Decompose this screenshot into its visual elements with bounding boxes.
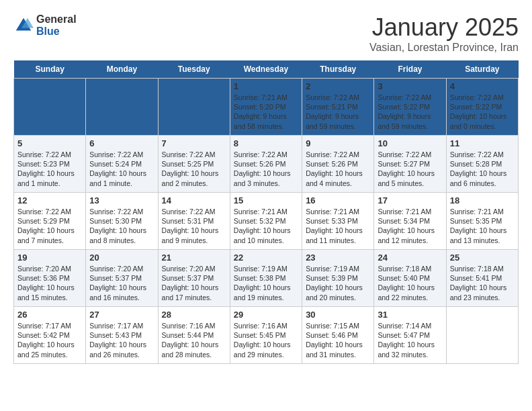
col-header-sunday: Sunday [14,60,86,79]
day-number: 5 [17,138,82,148]
day-cell: 17Sunrise: 7:21 AMSunset: 5:34 PMDayligh… [374,193,446,250]
day-info: Sunrise: 7:22 AMSunset: 5:24 PMDaylight:… [89,150,154,188]
day-info: Sunrise: 7:20 AMSunset: 5:37 PMDaylight:… [162,264,226,302]
day-cell: 4Sunrise: 7:22 AMSunset: 5:22 PMDaylight… [446,79,518,136]
logo-general-text: General [36,13,77,26]
day-cell: 8Sunrise: 7:22 AMSunset: 5:26 PMDaylight… [230,136,302,193]
day-info: Sunrise: 7:22 AMSunset: 5:22 PMDaylight:… [378,93,442,131]
day-cell [86,79,158,136]
day-info: Sunrise: 7:21 AMSunset: 5:34 PMDaylight:… [378,207,442,245]
day-number: 17 [378,195,442,205]
day-number: 7 [162,138,226,148]
day-number: 12 [17,195,82,205]
day-info: Sunrise: 7:22 AMSunset: 5:22 PMDaylight:… [450,93,515,131]
logo: General Blue [13,13,77,37]
day-info: Sunrise: 7:21 AMSunset: 5:35 PMDaylight:… [450,207,515,245]
day-cell: 27Sunrise: 7:17 AMSunset: 5:43 PMDayligh… [86,307,158,364]
day-number: 9 [306,138,370,148]
day-cell: 26Sunrise: 7:17 AMSunset: 5:42 PMDayligh… [14,307,86,364]
day-cell: 30Sunrise: 7:15 AMSunset: 5:46 PMDayligh… [302,307,374,364]
day-info: Sunrise: 7:21 AMSunset: 5:20 PMDaylight:… [234,93,298,131]
day-cell: 22Sunrise: 7:19 AMSunset: 5:38 PMDayligh… [230,250,302,307]
logo-blue-text: Blue [36,26,77,38]
logo-text: General Blue [36,13,77,37]
day-info: Sunrise: 7:15 AMSunset: 5:46 PMDaylight:… [306,321,370,359]
day-info: Sunrise: 7:18 AMSunset: 5:41 PMDaylight:… [450,264,515,302]
day-cell: 31Sunrise: 7:14 AMSunset: 5:47 PMDayligh… [374,307,446,364]
day-number: 21 [162,253,226,263]
day-info: Sunrise: 7:22 AMSunset: 5:30 PMDaylight:… [89,207,154,245]
day-cell: 10Sunrise: 7:22 AMSunset: 5:27 PMDayligh… [374,136,446,193]
day-info: Sunrise: 7:17 AMSunset: 5:42 PMDaylight:… [17,321,82,359]
day-number: 10 [378,138,442,148]
col-header-thursday: Thursday [302,60,374,79]
day-cell: 14Sunrise: 7:22 AMSunset: 5:31 PMDayligh… [158,193,230,250]
week-row-3: 12Sunrise: 7:22 AMSunset: 5:29 PMDayligh… [14,193,519,250]
day-cell: 13Sunrise: 7:22 AMSunset: 5:30 PMDayligh… [86,193,158,250]
week-row-2: 5Sunrise: 7:22 AMSunset: 5:23 PMDaylight… [14,136,519,193]
col-header-saturday: Saturday [446,60,518,79]
day-info: Sunrise: 7:22 AMSunset: 5:26 PMDaylight:… [234,150,298,188]
header-row: SundayMondayTuesdayWednesdayThursdayFrid… [14,60,519,79]
day-number: 30 [306,310,370,320]
day-info: Sunrise: 7:18 AMSunset: 5:40 PMDaylight:… [378,264,442,302]
day-info: Sunrise: 7:22 AMSunset: 5:27 PMDaylight:… [378,150,442,188]
day-number: 25 [450,253,515,263]
day-info: Sunrise: 7:19 AMSunset: 5:39 PMDaylight:… [306,264,370,302]
day-number: 24 [378,253,442,263]
day-cell [446,307,518,364]
day-number: 26 [17,310,82,320]
day-cell: 15Sunrise: 7:21 AMSunset: 5:32 PMDayligh… [230,193,302,250]
day-number: 19 [17,253,82,263]
day-cell: 11Sunrise: 7:22 AMSunset: 5:28 PMDayligh… [446,136,518,193]
day-number: 27 [89,310,154,320]
day-number: 18 [450,195,515,205]
day-cell: 9Sunrise: 7:22 AMSunset: 5:26 PMDaylight… [302,136,374,193]
day-info: Sunrise: 7:22 AMSunset: 5:23 PMDaylight:… [17,150,82,188]
day-info: Sunrise: 7:16 AMSunset: 5:45 PMDaylight:… [234,321,298,359]
day-number: 20 [89,253,154,263]
day-cell [158,79,230,136]
day-cell: 2Sunrise: 7:22 AMSunset: 5:21 PMDaylight… [302,79,374,136]
day-cell: 18Sunrise: 7:21 AMSunset: 5:35 PMDayligh… [446,193,518,250]
day-cell: 19Sunrise: 7:20 AMSunset: 5:36 PMDayligh… [14,250,86,307]
title-area: January 2025 Vasian, Lorestan Province, … [369,13,519,54]
day-cell: 1Sunrise: 7:21 AMSunset: 5:20 PMDaylight… [230,79,302,136]
day-number: 28 [162,310,226,320]
week-row-5: 26Sunrise: 7:17 AMSunset: 5:42 PMDayligh… [14,307,519,364]
day-number: 1 [234,81,298,91]
day-cell: 6Sunrise: 7:22 AMSunset: 5:24 PMDaylight… [86,136,158,193]
day-number: 8 [234,138,298,148]
header: General Blue January 2025 Vasian, Lorest… [13,13,519,54]
day-number: 14 [162,195,226,205]
day-number: 16 [306,195,370,205]
day-number: 2 [306,81,370,91]
day-cell: 3Sunrise: 7:22 AMSunset: 5:22 PMDaylight… [374,79,446,136]
day-cell: 23Sunrise: 7:19 AMSunset: 5:39 PMDayligh… [302,250,374,307]
calendar-table: SundayMondayTuesdayWednesdayThursdayFrid… [13,60,519,364]
day-info: Sunrise: 7:22 AMSunset: 5:31 PMDaylight:… [162,207,226,245]
day-number: 22 [234,253,298,263]
col-header-friday: Friday [374,60,446,79]
day-info: Sunrise: 7:19 AMSunset: 5:38 PMDaylight:… [234,264,298,302]
day-cell: 5Sunrise: 7:22 AMSunset: 5:23 PMDaylight… [14,136,86,193]
month-title: January 2025 [369,13,519,42]
col-header-tuesday: Tuesday [158,60,230,79]
day-cell: 7Sunrise: 7:22 AMSunset: 5:25 PMDaylight… [158,136,230,193]
day-info: Sunrise: 7:22 AMSunset: 5:29 PMDaylight:… [17,207,82,245]
day-info: Sunrise: 7:22 AMSunset: 5:25 PMDaylight:… [162,150,226,188]
day-info: Sunrise: 7:17 AMSunset: 5:43 PMDaylight:… [89,321,154,359]
location-subtitle: Vasian, Lorestan Province, Iran [369,42,519,54]
logo-icon [13,15,34,36]
day-cell: 29Sunrise: 7:16 AMSunset: 5:45 PMDayligh… [230,307,302,364]
day-info: Sunrise: 7:16 AMSunset: 5:44 PMDaylight:… [162,321,226,359]
day-number: 15 [234,195,298,205]
day-number: 6 [89,138,154,148]
day-cell: 21Sunrise: 7:20 AMSunset: 5:37 PMDayligh… [158,250,230,307]
day-number: 29 [234,310,298,320]
day-cell: 16Sunrise: 7:21 AMSunset: 5:33 PMDayligh… [302,193,374,250]
day-number: 23 [306,253,370,263]
day-info: Sunrise: 7:22 AMSunset: 5:28 PMDaylight:… [450,150,515,188]
day-info: Sunrise: 7:22 AMSunset: 5:26 PMDaylight:… [306,150,370,188]
day-info: Sunrise: 7:20 AMSunset: 5:37 PMDaylight:… [89,264,154,302]
